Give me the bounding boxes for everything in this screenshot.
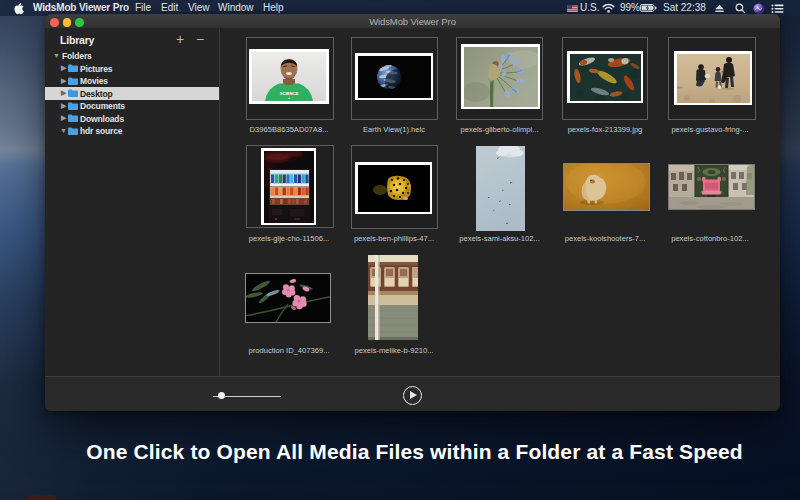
svg-text:▲: ▲ xyxy=(287,96,290,100)
svg-text:SCIENCE: SCIENCE xyxy=(280,91,299,96)
